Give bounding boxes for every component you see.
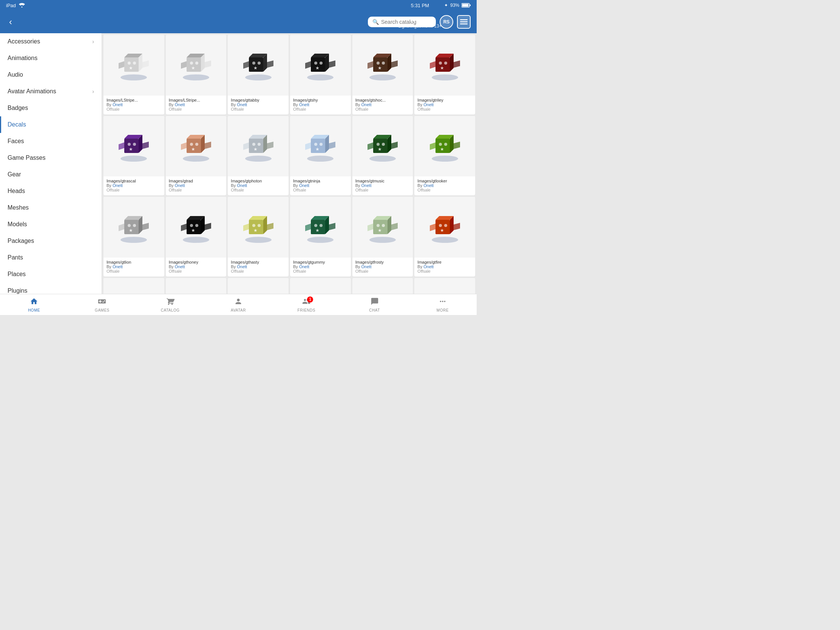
nav-item-more[interactable]: MORE (409, 296, 477, 314)
main-content: Accessories › Animations Audio Avatar An… (0, 33, 477, 294)
catalog-item[interactable]: ★ Images/gthasty By Onett Offsale (228, 197, 289, 276)
sidebar-item-meshes[interactable]: Meshes (0, 199, 102, 216)
catalog-item[interactable]: ★ Images/item24 By Onett Offsale (414, 278, 475, 294)
creator-link[interactable]: Onett (237, 264, 247, 269)
sidebar-item-avatar-animations[interactable]: Avatar Animations › (0, 83, 102, 100)
creator-link[interactable]: Onett (299, 103, 309, 107)
catalog-item[interactable]: ★ Images/gtfire By Onett Offsale (414, 197, 475, 276)
item-title: Images/gtshoc... (355, 98, 410, 103)
svg-point-85 (252, 143, 255, 146)
item-image: ★ (352, 35, 413, 96)
svg-text:★: ★ (377, 65, 382, 71)
svg-point-16 (183, 74, 209, 81)
creator-link[interactable]: Onett (112, 264, 123, 269)
creator-link[interactable]: Onett (362, 103, 372, 107)
item-title: Images/LStripe... (106, 98, 161, 103)
nav-label-games: GAMES (95, 308, 109, 313)
sidebar-item-plugins[interactable]: Plugins (0, 283, 102, 294)
cube-svg: ★ (179, 129, 213, 163)
sidebar-item-models[interactable]: Models (0, 216, 102, 233)
nav-item-avatar[interactable]: AVATAR (204, 296, 272, 314)
sidebar-item-audio[interactable]: Audio (0, 66, 102, 83)
sidebar-item-gear[interactable]: Gear (0, 166, 102, 183)
item-title: Images/gtmusic (355, 178, 410, 183)
svg-point-139 (252, 224, 255, 227)
back-button[interactable]: ‹ (6, 15, 15, 29)
creator-link[interactable]: Onett (175, 103, 185, 107)
nav-label-friends: FRIENDS (298, 308, 315, 313)
svg-point-157 (377, 224, 380, 227)
item-image: ★ (104, 278, 164, 294)
item-image: ★ (166, 278, 227, 294)
catalog-item[interactable]: ★ Images/gtphoton By Onett Offsale (228, 116, 289, 196)
catalog-item[interactable]: ★ Images/gtrad By Onett Offsale (166, 116, 227, 196)
creator-link[interactable]: Onett (175, 264, 185, 269)
svg-point-94 (314, 143, 317, 146)
catalog-item[interactable]: ★ Images/item22 By Onett Offsale (290, 278, 351, 294)
catalog-item[interactable]: ★ Images/gtfrosty By Onett Offsale (352, 197, 413, 276)
item-price: Offsale (231, 188, 286, 192)
nav-item-home[interactable]: HOME (0, 296, 68, 314)
sidebar-item-badges[interactable]: Badges (0, 100, 102, 116)
catalog-item[interactable]: ★ Images/LStripe... By Onett Offsale (166, 35, 227, 114)
sidebar-item-accessories[interactable]: Accessories › (0, 33, 102, 50)
creator-link[interactable]: Onett (362, 183, 372, 188)
creator-link[interactable]: Onett (423, 264, 434, 269)
catalog-item[interactable]: ★ Images/LStripe... By Onett Offsale (104, 35, 164, 114)
item-image: ★ (166, 35, 227, 96)
catalog-item[interactable]: ★ Images/gtlion By Onett Offsale (104, 197, 164, 276)
cube-svg: ★ (242, 291, 275, 294)
nav-item-catalog[interactable]: CATALOG (136, 296, 204, 314)
creator-link[interactable]: Onett (112, 183, 123, 188)
catalog-item[interactable]: ★ Images/gtrascal By Onett Offsale (104, 116, 164, 196)
svg-text:★: ★ (191, 147, 195, 152)
menu-button[interactable] (457, 15, 471, 29)
creator-link[interactable]: Onett (237, 103, 247, 107)
sidebar-item-faces[interactable]: Faces (0, 133, 102, 150)
catalog-item[interactable]: ★ Images/gtshy By Onett Offsale (290, 35, 351, 114)
catalog-item[interactable]: ★ Images/item23 By Onett Offsale (352, 278, 413, 294)
creator-link[interactable]: Onett (362, 264, 372, 269)
item-image: ★ (414, 35, 475, 96)
sidebar-item-game-passes[interactable]: Game Passes (0, 150, 102, 166)
creator-link[interactable]: Onett (423, 183, 434, 188)
sidebar-item-animations[interactable]: Animations (0, 50, 102, 66)
creator-link[interactable]: Onett (299, 183, 309, 188)
svg-marker-20 (181, 61, 186, 69)
catalog-item[interactable]: ★ Images/item20 By Onett Offsale (166, 278, 227, 294)
creator-link[interactable]: Onett (175, 183, 185, 188)
creator-link[interactable]: Onett (423, 103, 434, 107)
avatar-icon (234, 297, 243, 308)
svg-point-167 (444, 224, 447, 227)
catalog-item[interactable]: ★ Images/item21 By Onett Offsale (228, 278, 289, 294)
creator-link[interactable]: Onett (237, 183, 247, 188)
nav-item-chat[interactable]: CHAT (340, 296, 408, 314)
nav-item-friends[interactable]: 1 FRIENDS (272, 296, 340, 314)
catalog-item[interactable]: ★ Images/item19 By Onett Offsale (104, 278, 164, 294)
catalog-item[interactable]: ★ Images/gtmusic By Onett Offsale (352, 116, 413, 196)
creator-link[interactable]: Onett (112, 103, 123, 107)
catalog-item[interactable]: ★ Images/gtriley By Onett Offsale (414, 35, 475, 114)
catalog-item[interactable]: ★ Images/gttabby By Onett Offsale (228, 35, 289, 114)
nav-label-catalog: CATALOG (161, 308, 180, 313)
item-title: Images/gtfire (417, 260, 472, 264)
svg-point-77 (195, 143, 198, 146)
svg-point-41 (319, 62, 322, 65)
catalog-item[interactable]: ★ Images/gtshoc... By Onett Offsale (352, 35, 413, 114)
sidebar-item-decals[interactable]: Decals (0, 116, 102, 133)
sidebar-item-packages[interactable]: Packages (0, 233, 102, 249)
sidebar-item-pants[interactable]: Pants (0, 249, 102, 266)
sidebar-item-heads[interactable]: Heads (0, 183, 102, 199)
item-creator: By Onett (169, 103, 224, 107)
catalog-item[interactable]: ★ Images/gtlooker By Onett Offsale (414, 116, 475, 196)
catalog-item[interactable]: ★ Images/gtgummy By Onett Offsale (290, 197, 351, 276)
svg-text:★: ★ (129, 147, 133, 152)
sidebar-label-decals: Decals (8, 121, 26, 128)
catalog-item[interactable]: ★ Images/gtninja By Onett Offsale (290, 116, 351, 196)
catalog-item[interactable]: ★ Images/gthoney By Onett Offsale (166, 197, 227, 276)
nav-item-games[interactable]: GAMES (68, 296, 136, 314)
creator-link[interactable]: Onett (299, 264, 309, 269)
svg-marker-101 (368, 142, 373, 150)
sidebar-item-places[interactable]: Places (0, 266, 102, 283)
cube-svg: ★ (303, 48, 337, 82)
